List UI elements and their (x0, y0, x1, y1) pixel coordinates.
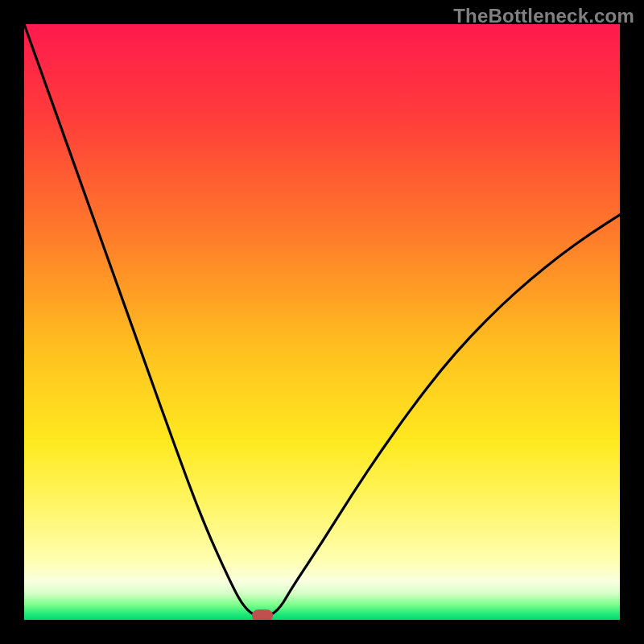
plot-area (24, 24, 620, 620)
gradient-background (24, 24, 620, 620)
svg-rect-0 (252, 609, 273, 620)
optimal-marker (252, 609, 273, 620)
chart-frame: TheBottleneck.com (0, 0, 644, 644)
chart-svg (24, 24, 620, 620)
